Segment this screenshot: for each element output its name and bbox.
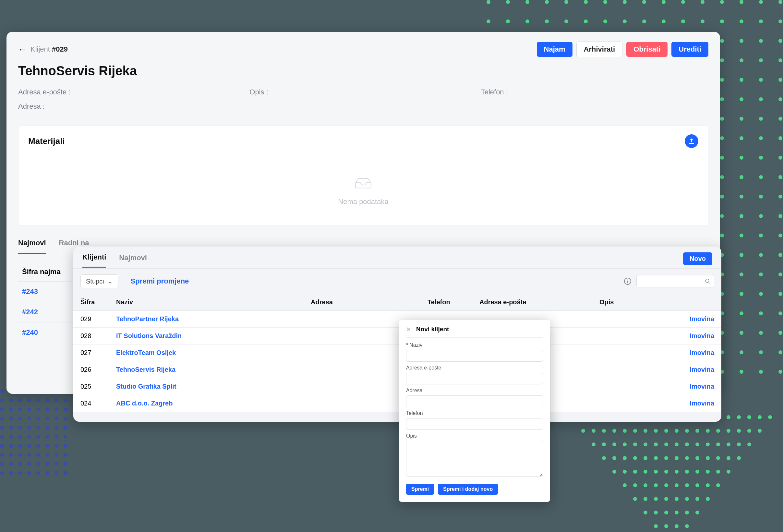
new-client-modal: ✕ Novi klijent *Naziv Adresa e-pošte Adr… [399, 320, 550, 502]
spremi-button[interactable]: Spremi [406, 484, 434, 495]
cell-opis [592, 327, 631, 344]
col-sifra[interactable]: Šifra [73, 294, 109, 311]
imovina-link[interactable]: Imovina [631, 311, 721, 327]
search-icon [705, 278, 711, 284]
cell-opis [592, 344, 631, 362]
tab-najmovi[interactable]: Najmovi [18, 239, 46, 254]
cell-naziv[interactable]: ABC d.o.o. Zagreb [109, 395, 304, 412]
back-arrow-icon[interactable]: ← [18, 44, 27, 55]
input-opis[interactable] [406, 441, 543, 476]
label-adresa: Adresa [406, 388, 543, 394]
upload-button[interactable] [685, 134, 698, 148]
table-row: 028IT Solutions VaraždinImovina [73, 327, 721, 344]
svg-point-0 [706, 279, 709, 283]
imovina-link[interactable]: Imovina [631, 395, 721, 412]
obrisati-button[interactable]: Obrisati [626, 42, 667, 57]
col-opis[interactable]: Opis [592, 294, 631, 311]
field-opis-label: Opis : [249, 88, 477, 98]
client-fields: Adresa e-pošte : Opis : Telefon : Adresa… [18, 88, 709, 113]
input-adresa[interactable] [406, 396, 543, 407]
cell-opis [592, 395, 631, 412]
inbox-icon [353, 177, 373, 190]
cell-naziv[interactable]: ElektroTeam Osijek [109, 344, 304, 362]
urediti-button[interactable]: Urediti [671, 42, 709, 57]
cell-opis [592, 362, 631, 378]
cell-sifra: 027 [73, 344, 109, 362]
imovina-link[interactable]: Imovina [631, 362, 721, 378]
cell-naziv[interactable]: TehnoPartner Rijeka [109, 311, 304, 327]
tab-najmovi-front[interactable]: Najmovi [119, 254, 147, 267]
table-row: 025Studio Grafika SplitImovina [73, 378, 721, 395]
imovina-link[interactable]: Imovina [631, 344, 721, 362]
cell-opis [592, 378, 631, 395]
cell-sifra: 028 [73, 327, 109, 344]
cell-sifra: 029 [73, 311, 109, 327]
label-telefon: Telefon [406, 410, 543, 416]
tab-klijenti[interactable]: Klijenti [83, 253, 106, 268]
col-telefon[interactable]: Telefon [420, 294, 472, 311]
materials-title: Materijali [28, 136, 65, 146]
cell-sifra: 026 [73, 362, 109, 378]
materials-empty-text: Nema podataka [28, 197, 698, 206]
arhivirati-button[interactable]: Arhivirati [576, 41, 623, 57]
col-naziv[interactable]: Naziv [109, 294, 304, 311]
najam-button[interactable]: Najam [537, 42, 572, 57]
cell-opis [592, 311, 631, 327]
input-naziv[interactable] [406, 350, 543, 362]
novo-button[interactable]: Novo [683, 252, 712, 265]
cell-naziv[interactable]: IT Solutions Varaždin [109, 327, 304, 344]
label-opis: Opis [406, 433, 543, 439]
label-naziv: *Naziv [406, 342, 543, 348]
input-telefon[interactable] [406, 418, 543, 430]
breadcrumb-prefix: Klijent [30, 45, 50, 53]
col-email[interactable]: Adresa e-pošte [472, 294, 592, 311]
table-row: 027ElektroTeam OsijekImovina [73, 344, 721, 362]
clients-table: Šifra Naziv Adresa Telefon Adresa e-pošt… [73, 294, 721, 412]
materials-empty: Nema podataka [28, 157, 698, 213]
page-title: TehnoServis Rijeka [18, 64, 709, 78]
breadcrumb: Klijent #029 [30, 45, 68, 54]
info-icon[interactable]: i [624, 278, 631, 285]
spremi-promjene-button[interactable]: Spremi promjene [124, 274, 196, 289]
cell-sifra: 025 [73, 378, 109, 395]
table-row: 029TehnoPartner RijekaImovina [73, 311, 721, 327]
imovina-link[interactable]: Imovina [631, 378, 721, 395]
field-adresa-label: Adresa : [18, 102, 709, 113]
breadcrumb-code: #029 [52, 45, 68, 53]
materials-panel: Materijali Nema podataka [18, 126, 709, 226]
stupci-dropdown[interactable]: Stupci ⌄ [81, 275, 118, 288]
imovina-link[interactable]: Imovina [631, 327, 721, 344]
upload-icon [688, 137, 695, 145]
label-email: Adresa e-pošte [406, 365, 543, 371]
modal-title: Novi klijent [416, 326, 449, 333]
field-email-label: Adresa e-pošte : [18, 88, 246, 98]
stupci-label: Stupci [86, 278, 104, 285]
cell-naziv[interactable]: Studio Grafika Split [109, 378, 304, 395]
table-row: 026TehnoServis RijekaImovina [73, 362, 721, 378]
table-header-row: Šifra Naziv Adresa Telefon Adresa e-pošt… [73, 294, 721, 311]
close-icon[interactable]: ✕ [406, 326, 411, 333]
cell-naziv[interactable]: TehnoServis Rijeka [109, 362, 304, 378]
col-adresa[interactable]: Adresa [304, 294, 420, 311]
search-input[interactable] [636, 275, 714, 287]
clients-list-card: Klijenti Najmovi Novo Stupci ⌄ Spremi pr… [73, 247, 721, 422]
cell-sifra: 024 [73, 395, 109, 412]
input-email[interactable] [406, 373, 543, 384]
chevron-down-icon: ⌄ [107, 277, 113, 285]
field-telefon-label: Telefon : [481, 88, 709, 98]
spremi-dodaj-button[interactable]: Spremi i dodaj novo [438, 484, 498, 495]
table-row: 024ABC d.o.o. ZagrebImovina [73, 395, 721, 412]
